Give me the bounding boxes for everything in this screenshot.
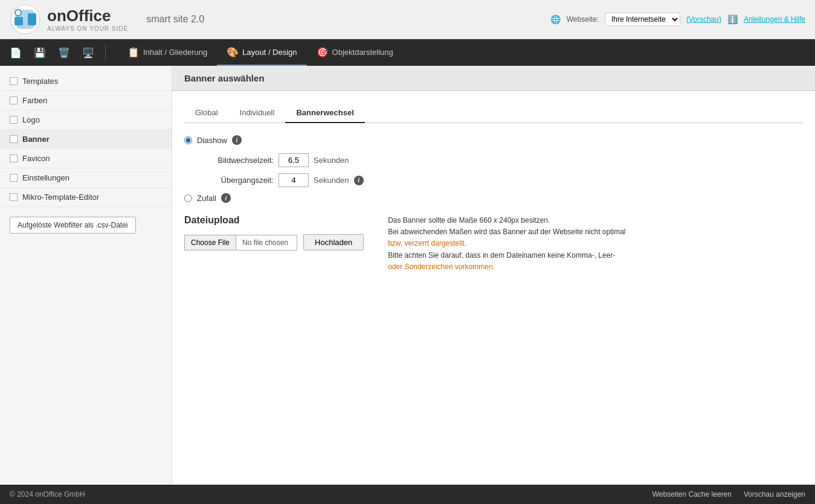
diashow-label[interactable]: Diashow <box>197 136 227 145</box>
bildwechsel-label: Bildwechselzeit: <box>201 156 274 165</box>
content-area: Banner auswählen Global Individuell Bann… <box>172 66 815 485</box>
upload-row: Choose File No file chosen Hochladen <box>184 234 364 250</box>
diashow-radio[interactable] <box>184 136 192 144</box>
info-line-2: Bei abweichenden Maßen wird das Banner a… <box>388 226 803 238</box>
tab-inhalt-label: Inhalt / Gliederung <box>143 48 207 57</box>
help-link[interactable]: Anleitungen & Hilfe <box>744 15 805 24</box>
uebergang-row: Übergangszeit: Sekunden i <box>201 173 803 187</box>
layout-icon: 🎨 <box>227 46 239 58</box>
inhalt-icon: 📋 <box>127 46 140 58</box>
tab-inhalt-gliederung[interactable]: 📋 Inhalt / Gliederung <box>118 39 217 66</box>
zufall-label[interactable]: Zufall <box>197 194 216 203</box>
info-line-4: Bitte achten Sie darauf, dass in dem Dat… <box>388 250 803 261</box>
toolbar-preview-btn[interactable]: 🖥️ <box>77 42 99 63</box>
logo-sub: ALWAYS ON YOUR SIDE <box>47 25 128 32</box>
logo-prefix: on <box>47 7 66 25</box>
bildwechsel-input[interactable] <box>279 153 309 167</box>
sidebar-item-banner[interactable]: Banner <box>0 130 172 149</box>
globe-icon: 🌐 <box>550 14 561 24</box>
farben-checkbox[interactable] <box>10 97 18 104</box>
toolbar-new-btn[interactable]: 📄 <box>5 42 27 63</box>
sidebar-logo-label: Logo <box>22 115 40 124</box>
uebergang-unit: Sekunden <box>314 176 349 185</box>
app-title: smart site 2.0 <box>146 14 204 25</box>
content-body: Global Individuell Bannerwechsel Diashow… <box>172 91 815 285</box>
upload-left: Dateiupload Choose File No file chosen H… <box>184 215 364 250</box>
objekt-icon: 🎯 <box>317 46 329 58</box>
toolbar-delete-btn[interactable]: 🗑️ <box>53 42 75 63</box>
diashow-info-icon[interactable]: i <box>232 135 242 145</box>
info-line-5: oder Sonderzeichen vorkommen. <box>388 261 803 273</box>
tab-individuell[interactable]: Individuell <box>229 103 286 123</box>
website-label: Webseite: <box>567 15 599 24</box>
tab-objektdarstellung[interactable]: 🎯 Objektdarstellung <box>307 39 403 66</box>
sidebar-item-logo[interactable]: Logo <box>0 110 172 130</box>
sidebar-mikro-label: Mikro-Template-Editor <box>22 193 99 202</box>
logo-text-area: onOffice ALWAYS ON YOUR SIDE <box>47 7 128 32</box>
zufall-row: Zufall i <box>184 193 803 203</box>
page-title: Banner auswählen <box>184 73 265 83</box>
banner-checkbox[interactable] <box>10 135 18 143</box>
info-line-1: Das Banner sollte die Maße 660 x 240px b… <box>388 215 803 226</box>
main-container: Templates Farben Logo Banner Favicon Ein… <box>0 66 815 485</box>
tab-objekt-label: Objektdarstellung <box>332 48 393 57</box>
einstellungen-checkbox[interactable] <box>10 174 18 182</box>
logo-suffix: Office <box>66 7 111 25</box>
webfilter-csv-button[interactable]: Aufgelöste Webfilter als .csv-Datei <box>10 217 136 234</box>
toolbar-separator <box>105 44 106 61</box>
logo-area: onOffice ALWAYS ON YOUR SIDE smart site … <box>10 4 204 35</box>
bildwechsel-row: Bildwechselzeit: Sekunden <box>201 153 803 167</box>
header-right: 🌐 Webseite: Ihre Internetseite (Vorschau… <box>550 13 805 26</box>
sidebar: Templates Farben Logo Banner Favicon Ein… <box>0 66 172 485</box>
hochladen-button[interactable]: Hochladen <box>303 234 364 250</box>
sidebar-item-farben[interactable]: Farben <box>0 91 172 110</box>
zufall-radio[interactable] <box>184 194 192 202</box>
info-line-3: bzw. verzerrt dargestellt. <box>388 238 803 249</box>
svg-point-3 <box>15 10 21 16</box>
tab-layout-design[interactable]: 🎨 Layout / Design <box>217 39 306 66</box>
diashow-row: Diashow i <box>184 135 803 145</box>
upload-title: Dateiupload <box>184 215 364 226</box>
logo-name: onOffice <box>47 7 128 25</box>
svg-rect-2 <box>28 13 36 25</box>
sidebar-item-favicon[interactable]: Favicon <box>0 149 172 168</box>
help-icon: ℹ️ <box>727 14 738 24</box>
logo-checkbox[interactable] <box>10 116 18 124</box>
header: onOffice ALWAYS ON YOUR SIDE smart site … <box>0 0 815 39</box>
tab-bannerwechsel[interactable]: Bannerwechsel <box>285 103 364 123</box>
logo-icon <box>10 4 41 35</box>
toolbar-save-btn[interactable]: 💾 <box>29 42 51 63</box>
sidebar-item-templates[interactable]: Templates <box>0 72 172 91</box>
mikro-checkbox[interactable] <box>10 193 18 201</box>
file-input-wrapper: Choose File No file chosen <box>184 235 297 250</box>
tab-global[interactable]: Global <box>184 103 229 123</box>
content-header: Banner auswählen <box>172 66 815 91</box>
upload-section: Dateiupload Choose File No file chosen H… <box>184 215 803 273</box>
sidebar-favicon-label: Favicon <box>22 154 50 163</box>
file-name-display: No file chosen <box>236 235 297 250</box>
sidebar-templates-label: Templates <box>22 77 58 86</box>
sidebar-farben-label: Farben <box>22 96 47 105</box>
sidebar-item-einstellungen[interactable]: Einstellungen <box>0 168 172 188</box>
svg-rect-1 <box>14 17 23 25</box>
header-preview-link[interactable]: (Vorschau) <box>686 15 721 24</box>
choose-file-button[interactable]: Choose File <box>185 235 236 250</box>
sidebar-banner-label: Banner <box>22 135 50 144</box>
sidebar-einstellungen-label: Einstellungen <box>22 173 69 182</box>
uebergang-input[interactable] <box>279 173 309 187</box>
nav-tabs: 📋 Inhalt / Gliederung 🎨 Layout / Design … <box>118 39 403 66</box>
uebergang-label: Übergangszeit: <box>201 176 274 185</box>
sidebar-item-mikro[interactable]: Mikro-Template-Editor <box>0 188 172 207</box>
toolbar: 📄 💾 🗑️ 🖥️ 📋 Inhalt / Gliederung 🎨 Layout… <box>0 39 815 66</box>
templates-checkbox[interactable] <box>10 77 18 85</box>
zufall-info-icon[interactable]: i <box>221 193 231 203</box>
tab-layout-label: Layout / Design <box>242 48 297 57</box>
content-tab-bar: Global Individuell Bannerwechsel <box>184 103 803 123</box>
favicon-checkbox[interactable] <box>10 155 18 162</box>
website-select[interactable]: Ihre Internetseite <box>605 13 680 26</box>
uebergang-info-icon[interactable]: i <box>354 176 364 185</box>
bildwechsel-unit: Sekunden <box>314 156 349 165</box>
upload-info: Das Banner sollte die Maße 660 x 240px b… <box>388 215 803 273</box>
